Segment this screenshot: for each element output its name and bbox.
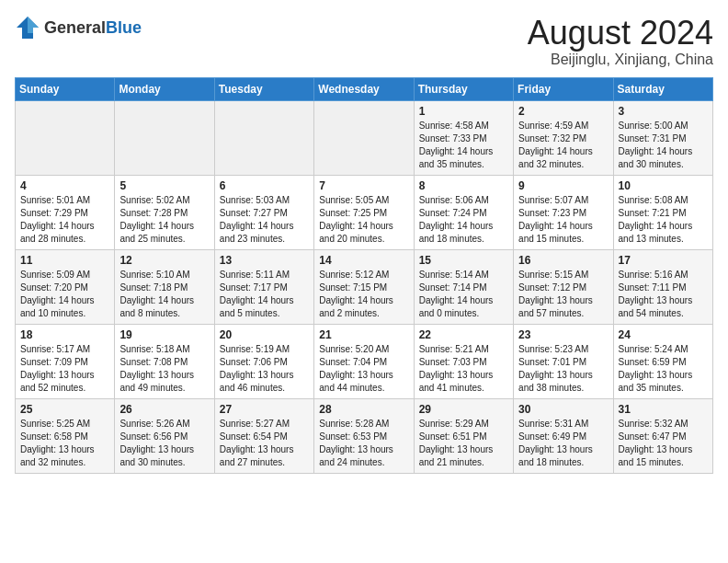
calendar-week-2: 4Sunrise: 5:01 AM Sunset: 7:29 PM Daylig… [16,175,713,249]
day-info: Sunrise: 5:10 AM Sunset: 7:18 PM Dayligh… [119,269,209,320]
calendar-cell: 22Sunrise: 5:21 AM Sunset: 7:03 PM Dayli… [414,324,513,398]
day-info: Sunrise: 5:00 AM Sunset: 7:31 PM Dayligh… [619,120,708,171]
day-info: Sunrise: 5:27 AM Sunset: 6:54 PM Dayligh… [220,418,309,469]
day-info: Sunrise: 5:02 AM Sunset: 7:28 PM Dayligh… [119,194,209,246]
day-number: 31 [619,403,708,416]
calendar-cell: 14Sunrise: 5:12 AM Sunset: 7:15 PM Dayli… [314,249,414,324]
day-info: Sunrise: 5:21 AM Sunset: 7:03 PM Dayligh… [419,343,508,395]
day-number: 14 [319,254,408,267]
calendar-week-5: 25Sunrise: 5:25 AM Sunset: 6:58 PM Dayli… [16,398,713,473]
svg-marker-1 [28,17,39,33]
calendar-header: SundayMondayTuesdayWednesdayThursdayFrid… [16,77,713,100]
day-number: 2 [518,105,608,118]
day-number: 12 [119,254,209,267]
calendar-cell: 16Sunrise: 5:15 AM Sunset: 7:12 PM Dayli… [514,249,613,324]
day-number: 17 [619,254,708,267]
calendar-cell: 15Sunrise: 5:14 AM Sunset: 7:14 PM Dayli… [414,249,513,324]
calendar-week-4: 18Sunrise: 5:17 AM Sunset: 7:09 PM Dayli… [16,324,713,398]
header-day-sunday: Sunday [16,77,115,100]
calendar-cell: 11Sunrise: 5:09 AM Sunset: 7:20 PM Dayli… [16,249,115,324]
day-info: Sunrise: 5:01 AM Sunset: 7:29 PM Dayligh… [20,194,109,246]
day-number: 21 [319,328,408,341]
day-number: 23 [518,328,608,341]
day-info: Sunrise: 5:29 AM Sunset: 6:51 PM Dayligh… [419,418,508,469]
day-info: Sunrise: 5:09 AM Sunset: 7:20 PM Dayligh… [20,269,109,320]
day-number: 16 [518,254,608,267]
logo-blue-text: Blue [106,18,142,37]
day-info: Sunrise: 5:06 AM Sunset: 7:24 PM Dayligh… [419,194,508,246]
day-number: 8 [419,179,508,192]
calendar-cell: 18Sunrise: 5:17 AM Sunset: 7:09 PM Dayli… [16,324,115,398]
header-day-monday: Monday [115,77,214,100]
day-info: Sunrise: 5:14 AM Sunset: 7:14 PM Dayligh… [419,269,508,320]
calendar-cell: 27Sunrise: 5:27 AM Sunset: 6:54 PM Dayli… [214,398,313,473]
logo-general-text: General [44,18,106,37]
calendar-cell [115,100,214,175]
day-number: 13 [220,254,309,267]
day-info: Sunrise: 5:07 AM Sunset: 7:23 PM Dayligh… [518,194,608,246]
calendar-week-1: 1Sunrise: 4:58 AM Sunset: 7:33 PM Daylig… [16,100,713,175]
day-number: 29 [419,403,508,416]
calendar-cell [214,100,313,175]
day-info: Sunrise: 5:31 AM Sunset: 6:49 PM Dayligh… [518,418,608,469]
header-day-wednesday: Wednesday [314,77,414,100]
day-number: 28 [319,403,408,416]
calendar-cell: 26Sunrise: 5:26 AM Sunset: 6:56 PM Dayli… [115,398,214,473]
calendar-cell: 12Sunrise: 5:10 AM Sunset: 7:18 PM Dayli… [115,249,214,324]
day-info: Sunrise: 4:58 AM Sunset: 7:33 PM Dayligh… [419,120,508,171]
calendar-cell: 6Sunrise: 5:03 AM Sunset: 7:27 PM Daylig… [214,175,313,249]
day-number: 22 [419,328,508,341]
location-subtitle: Beijinglu, Xinjiang, China [528,52,713,68]
day-number: 4 [20,179,109,192]
day-info: Sunrise: 5:05 AM Sunset: 7:25 PM Dayligh… [319,194,408,246]
day-number: 25 [20,403,109,416]
day-number: 6 [220,179,309,192]
day-number: 1 [419,105,508,118]
day-number: 26 [119,403,209,416]
calendar-cell: 30Sunrise: 5:31 AM Sunset: 6:49 PM Dayli… [514,398,613,473]
day-info: Sunrise: 5:32 AM Sunset: 6:47 PM Dayligh… [619,418,708,469]
day-info: Sunrise: 5:19 AM Sunset: 7:06 PM Dayligh… [220,343,309,395]
day-number: 3 [619,105,708,118]
day-info: Sunrise: 5:26 AM Sunset: 6:56 PM Dayligh… [119,418,209,469]
calendar-cell: 23Sunrise: 5:23 AM Sunset: 7:01 PM Dayli… [514,324,613,398]
day-info: Sunrise: 5:17 AM Sunset: 7:09 PM Dayligh… [20,343,109,395]
calendar-table: SundayMondayTuesdayWednesdayThursdayFrid… [15,77,713,474]
day-number: 9 [518,179,608,192]
day-info: Sunrise: 5:03 AM Sunset: 7:27 PM Dayligh… [220,194,309,246]
day-info: Sunrise: 5:16 AM Sunset: 7:11 PM Dayligh… [619,269,708,320]
calendar-cell: 28Sunrise: 5:28 AM Sunset: 6:53 PM Dayli… [314,398,414,473]
calendar-cell: 19Sunrise: 5:18 AM Sunset: 7:08 PM Dayli… [115,324,214,398]
day-info: Sunrise: 5:12 AM Sunset: 7:15 PM Dayligh… [319,269,408,320]
calendar-cell: 10Sunrise: 5:08 AM Sunset: 7:21 PM Dayli… [613,175,712,249]
day-info: Sunrise: 5:11 AM Sunset: 7:17 PM Dayligh… [220,269,309,320]
calendar-cell: 9Sunrise: 5:07 AM Sunset: 7:23 PM Daylig… [514,175,613,249]
day-info: Sunrise: 5:24 AM Sunset: 6:59 PM Dayligh… [619,343,708,395]
day-number: 24 [619,328,708,341]
day-info: Sunrise: 5:20 AM Sunset: 7:04 PM Dayligh… [319,343,408,395]
calendar-cell: 3Sunrise: 5:00 AM Sunset: 7:31 PM Daylig… [613,100,712,175]
day-number: 20 [220,328,309,341]
calendar-cell: 4Sunrise: 5:01 AM Sunset: 7:29 PM Daylig… [16,175,115,249]
day-info: Sunrise: 5:25 AM Sunset: 6:58 PM Dayligh… [20,418,109,469]
calendar-cell: 29Sunrise: 5:29 AM Sunset: 6:51 PM Dayli… [414,398,513,473]
calendar-cell: 5Sunrise: 5:02 AM Sunset: 7:28 PM Daylig… [115,175,214,249]
day-number: 10 [619,179,708,192]
header-day-thursday: Thursday [414,77,513,100]
day-number: 11 [20,254,109,267]
calendar-cell: 8Sunrise: 5:06 AM Sunset: 7:24 PM Daylig… [414,175,513,249]
calendar-cell: 21Sunrise: 5:20 AM Sunset: 7:04 PM Dayli… [314,324,414,398]
calendar-cell: 13Sunrise: 5:11 AM Sunset: 7:17 PM Dayli… [214,249,313,324]
day-info: Sunrise: 5:18 AM Sunset: 7:08 PM Dayligh… [119,343,209,395]
day-number: 5 [119,179,209,192]
header-day-tuesday: Tuesday [214,77,313,100]
day-number: 7 [319,179,408,192]
day-info: Sunrise: 4:59 AM Sunset: 7:32 PM Dayligh… [518,120,608,171]
title-block: August 2024 Beijinglu, Xinjiang, China [528,15,713,68]
header-day-saturday: Saturday [613,77,712,100]
day-info: Sunrise: 5:15 AM Sunset: 7:12 PM Dayligh… [518,269,608,320]
header-day-friday: Friday [514,77,613,100]
calendar-cell: 2Sunrise: 4:59 AM Sunset: 7:32 PM Daylig… [514,100,613,175]
calendar-cell: 1Sunrise: 4:58 AM Sunset: 7:33 PM Daylig… [414,100,513,175]
logo-icon [15,15,40,40]
